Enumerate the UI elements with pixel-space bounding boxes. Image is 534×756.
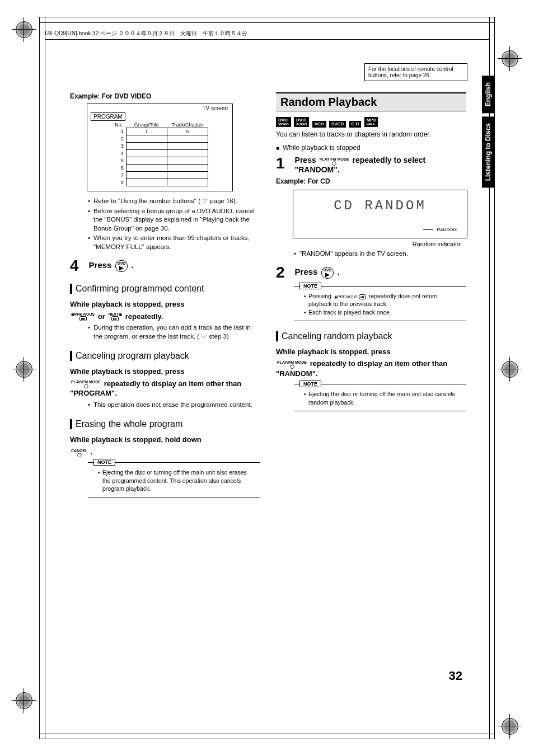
play-dvd-button-icon: DVD▶ xyxy=(321,267,334,279)
program-title: PROGRAM xyxy=(91,112,125,121)
bold-line: While playback is stopped, press xyxy=(276,347,466,357)
next-button-icon: NEXT◉⏭ xyxy=(108,312,122,321)
program-table: No. Group/Title Track/Chapter 115 2 3 4 … xyxy=(111,122,208,186)
right-column: Random Playback DVDVIDEO DVDAUDIO VCD SV… xyxy=(276,92,466,497)
play-dvd-button-icon: DVD▶ xyxy=(115,260,128,272)
book-header: UX-QD9[UN].book 32 ページ ２００４年９月２８日 火曜日 午前… xyxy=(45,30,247,37)
step-4: 4 Press DVD▶ . xyxy=(70,258,260,274)
bold-line-2: ◉PREVIOUS⏮ or NEXT◉⏭ repeatedly. xyxy=(70,312,260,322)
note-label: NOTE xyxy=(299,381,321,387)
step-number: 4 xyxy=(70,258,79,274)
example-label: Example: For DVD VIDEO xyxy=(70,92,260,100)
intro-text: You can listen to tracks or chapters in … xyxy=(276,130,466,139)
disc-badges: DVDVIDEO DVDAUDIO VCD SVCD C D MP3WMA xyxy=(276,117,466,128)
bold-line: While playback is stopped, press xyxy=(70,299,260,309)
reg-mark-bl xyxy=(16,692,32,709)
crop-line xyxy=(39,734,495,734)
reg-mark-tl xyxy=(16,21,32,38)
step-number: 1 xyxy=(276,156,285,171)
caption: Random indicator xyxy=(276,241,461,247)
bullets-2: During this operation, you can add a tra… xyxy=(88,323,260,341)
bullet: During this operation, you can add a tra… xyxy=(88,323,260,341)
bold-line: While playback is stopped, press xyxy=(70,367,260,377)
info-box: For the locations of remote control butt… xyxy=(364,63,467,81)
bullet: "RANDOM" appears in the TV screen. xyxy=(294,250,466,259)
badge-svcd: SVCD xyxy=(329,121,346,128)
step-text: Press DVD▶ . xyxy=(89,260,134,272)
while-stopped: While playback is stopped xyxy=(276,143,466,152)
bold-line: While playback is stopped, hold down xyxy=(70,435,260,445)
col-track: Track/Chapter xyxy=(167,122,208,128)
bullets-1: Refer to "Using the number buttons" ( ☞ … xyxy=(88,197,260,251)
badge-cd: C D xyxy=(349,121,362,128)
tab-listening: Listening to Discs xyxy=(482,116,494,187)
left-column: Example: For DVD VIDEO TV screen PROGRAM… xyxy=(70,92,260,497)
note-bullet: Each track is played back once. xyxy=(304,308,462,316)
badge-mp3: MP3WMA xyxy=(364,117,378,127)
tv-screen: TV screen PROGRAM No. Group/Title Track/… xyxy=(87,104,233,191)
note-bullet: Ejecting the disc or turning off the mai… xyxy=(98,468,256,492)
play-mode-button-icon: PLAY/FM MODE◯ xyxy=(277,360,307,368)
col-group: Group/Title xyxy=(126,122,167,128)
reg-mark-tr xyxy=(502,50,518,67)
reg-mark-ml xyxy=(16,361,32,378)
step-2: 2 Press DVD▶ . xyxy=(276,265,466,280)
page-number: 32 xyxy=(449,669,462,683)
bullets-tv: "RANDOM" appears in the TV screen. xyxy=(294,250,466,259)
bold-line: PLAY/FM MODE◯ repeatedly to display an i… xyxy=(70,379,260,398)
bold-line: PLAY/FM MODE◯ repeatedly to display an i… xyxy=(276,359,466,378)
note-label: NOTE xyxy=(299,283,321,289)
step-text: Press DVD▶ . xyxy=(295,267,340,279)
note-bullet: Ejecting the disc or turning off the mai… xyxy=(304,390,462,406)
step-text: Press PLAY/FM MODE◯ repeatedly to select… xyxy=(295,156,466,173)
lcd-display: CD RANDOM RANDOM xyxy=(293,190,467,238)
crop-line xyxy=(45,17,45,739)
reg-mark-mr xyxy=(502,361,518,378)
section-banner: Random Playback xyxy=(276,92,466,111)
note-label: NOTE xyxy=(93,459,115,466)
sidebar-tabs: English Listening to Discs xyxy=(482,76,494,191)
lcd-text: CD RANDOM xyxy=(293,190,467,213)
bold-line: CANCEL◯ . xyxy=(70,447,260,457)
previous-button-icon: ◉PREVIOUS ⏮ xyxy=(334,294,366,299)
random-indicator: RANDOM xyxy=(437,227,457,232)
bullet: Before selecting a bonus group of a DVD … xyxy=(88,207,260,233)
bullets-3: This operation does not erase the progra… xyxy=(88,401,260,410)
example-cd-label: Example: For CD xyxy=(276,177,466,185)
subheading-cancel: Canceling program playback xyxy=(70,351,260,361)
play-mode-button-icon: PLAY/FM MODE◯ xyxy=(320,157,349,165)
tab-english: English xyxy=(482,76,494,113)
bullet: This operation does not erase the progra… xyxy=(88,401,260,410)
note-box: NOTE Ejecting the disc or turning off th… xyxy=(88,462,260,497)
reg-mark-br xyxy=(502,718,518,735)
header-rule xyxy=(45,39,489,40)
play-mode-button-icon: PLAY/FM MODE◯ xyxy=(71,380,101,388)
subheading-erase: Erasing the whole program xyxy=(70,419,260,429)
bullet: Refer to "Using the number buttons" ( ☞ … xyxy=(88,197,260,206)
previous-button-icon: ◉PREVIOUS⏮ xyxy=(71,312,95,321)
note-box-2: NOTE Pressing ◉PREVIOUS ⏮ repeatedly doe… xyxy=(294,286,466,321)
step-1: 1 Press PLAY/FM MODE◯ repeatedly to sele… xyxy=(276,156,466,173)
col-no: No. xyxy=(111,122,126,128)
badge-dvd-audio: DVDAUDIO xyxy=(294,117,309,127)
cancel-button-icon: CANCEL◯ xyxy=(71,449,87,457)
badge-dvd-video: DVDVIDEO xyxy=(276,117,291,127)
note-box-3: NOTE Ejecting the disc or turning off th… xyxy=(294,384,466,411)
tv-label: TV screen xyxy=(88,105,231,112)
crop-line xyxy=(39,22,495,23)
bullet: When you try to enter more than 99 chapt… xyxy=(88,234,260,251)
note-bullet: Pressing ◉PREVIOUS ⏮ repeatedly does not… xyxy=(304,292,462,308)
step-number: 2 xyxy=(276,265,285,280)
subheading-cancel-random: Canceling random playback xyxy=(276,331,466,341)
subheading-confirm: Confirming programmed content xyxy=(70,284,260,294)
badge-vcd: VCD xyxy=(312,121,326,128)
